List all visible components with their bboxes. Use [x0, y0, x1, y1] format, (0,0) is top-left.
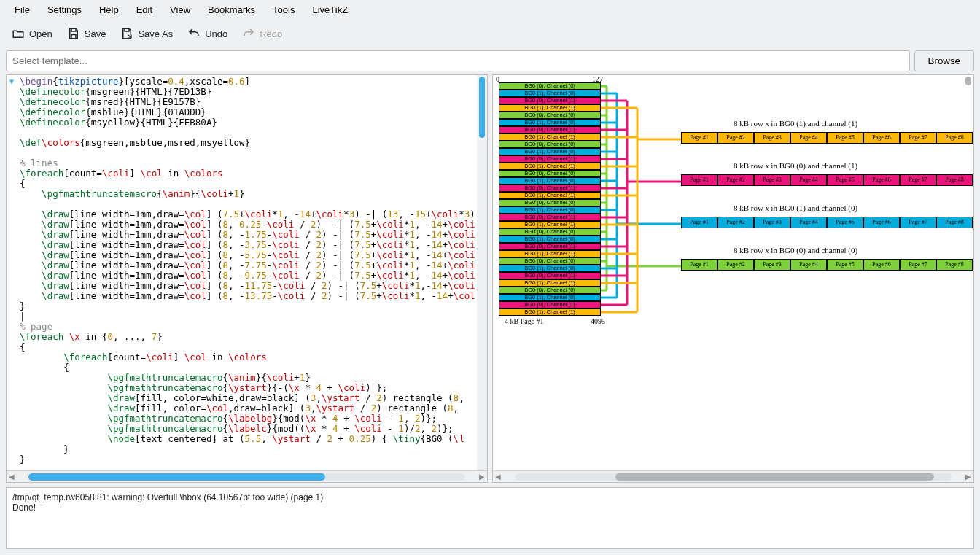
- page-cell: Page #2: [718, 259, 754, 271]
- menu-bookmarks[interactable]: Bookmarks: [199, 1, 264, 18]
- menu-help[interactable]: Help: [90, 1, 128, 18]
- undo-button[interactable]: Undo: [183, 24, 232, 43]
- preview-hscrollbar[interactable]: ◀▶: [493, 470, 973, 482]
- open-label: Open: [29, 28, 52, 39]
- page-cell: Page #7: [900, 132, 936, 144]
- code-vscrollbar[interactable]: [477, 75, 487, 470]
- redo-icon: [242, 27, 255, 40]
- page-cell: Page #2: [718, 174, 754, 186]
- menu-tools[interactable]: Tools: [264, 1, 303, 18]
- undo-label: Undo: [205, 28, 228, 39]
- page-table: Page #1Page #2Page #3Page #4Page #5Page …: [681, 132, 973, 144]
- page-cell: Page #4: [790, 259, 827, 271]
- menu-view[interactable]: View: [161, 1, 199, 18]
- preview-vscrollbar[interactable]: [963, 75, 973, 470]
- save-button[interactable]: Save: [63, 24, 111, 43]
- code-editor[interactable]: ▼\begin{tikzpicture}[yscale=0.4,xscale=0…: [7, 75, 487, 470]
- page-table: Page #1Page #2Page #3Page #4Page #5Page …: [681, 259, 973, 271]
- page-cell: Page #3: [754, 132, 790, 144]
- page-cell: Page #6: [863, 217, 900, 228]
- page-cell: Page #7: [900, 259, 936, 271]
- save-icon: [67, 27, 80, 40]
- page-cell: Page #5: [827, 259, 863, 271]
- page-cell: Page #3: [754, 217, 790, 228]
- page-cell: Page #6: [863, 259, 900, 271]
- preview[interactable]: 0127BG0 (0), Channel (0)BG0 (1), Channel…: [493, 75, 973, 470]
- open-button[interactable]: Open: [7, 24, 57, 43]
- undo-icon: [187, 27, 201, 40]
- menu-edit[interactable]: Edit: [128, 1, 161, 18]
- page-cell: Page #1: [681, 174, 718, 186]
- console-line: Done!: [12, 502, 968, 513]
- page-table: Page #1Page #2Page #3Page #4Page #5Page …: [681, 217, 973, 228]
- page-cell: Page #5: [827, 174, 863, 186]
- page-cell: Page #7: [900, 174, 936, 186]
- page-cell: Page #5: [827, 217, 863, 228]
- folder-open-icon: [12, 27, 25, 40]
- save-as-icon: [120, 27, 133, 40]
- page-cell: Page #1: [681, 217, 718, 228]
- console-line: /tmp/qt_temp.rw6058:81: warning: Overful…: [12, 492, 968, 502]
- page-cell: Page #6: [863, 132, 900, 144]
- redo-button: Redo: [238, 24, 287, 43]
- saveas-label: Save As: [138, 28, 173, 39]
- page-cell: Page #4: [790, 217, 827, 228]
- saveas-button[interactable]: Save As: [116, 24, 177, 43]
- toolbar: Open Save Save As Undo Redo: [0, 20, 980, 47]
- page-cell: Page #4: [790, 132, 827, 144]
- page-cell: Page #2: [718, 132, 754, 144]
- page-cell: Page #3: [754, 174, 790, 186]
- page-cell: Page #1: [681, 132, 718, 144]
- group-title: 8 kB row x in BG0 (1) and channel (0): [734, 203, 858, 212]
- template-row: Browse: [0, 47, 980, 74]
- group-title: 8 kB row x in BG0 (0) and channel (1): [734, 161, 858, 170]
- browse-button[interactable]: Browse: [914, 50, 974, 71]
- redo-label: Redo: [260, 28, 282, 39]
- menubar: FileSettingsHelpEditViewBookmarksToolsLi…: [0, 0, 980, 20]
- page-cell: Page #5: [827, 132, 863, 144]
- console: /tmp/qt_temp.rw6058:81: warning: Overful…: [6, 487, 974, 549]
- page-cell: Page #3: [754, 259, 790, 271]
- template-input[interactable]: [6, 50, 910, 71]
- preview-pane: 0127BG0 (0), Channel (0)BG0 (1), Channel…: [492, 74, 974, 483]
- menu-settings[interactable]: Settings: [39, 1, 90, 18]
- page-cell: Page #2: [718, 217, 754, 228]
- code-editor-pane: ▼\begin{tikzpicture}[yscale=0.4,xscale=0…: [6, 74, 488, 483]
- save-label: Save: [85, 28, 106, 39]
- page-table: Page #1Page #2Page #3Page #4Page #5Page …: [681, 174, 973, 186]
- code-hscrollbar[interactable]: ◀▶: [7, 470, 487, 482]
- page-cell: Page #7: [900, 217, 936, 228]
- menu-livetikz[interactable]: LiveTikZ: [303, 1, 357, 18]
- page-cell: Page #1: [681, 259, 718, 271]
- menu-file[interactable]: File: [6, 1, 39, 18]
- page-cell: Page #4: [790, 174, 827, 186]
- group-title: 8 kB row x in BG0 (0) and channel (0): [734, 246, 858, 255]
- group-title: 8 kB row x in BG0 (1) and channel (1): [734, 119, 858, 128]
- page-cell: Page #6: [863, 174, 900, 186]
